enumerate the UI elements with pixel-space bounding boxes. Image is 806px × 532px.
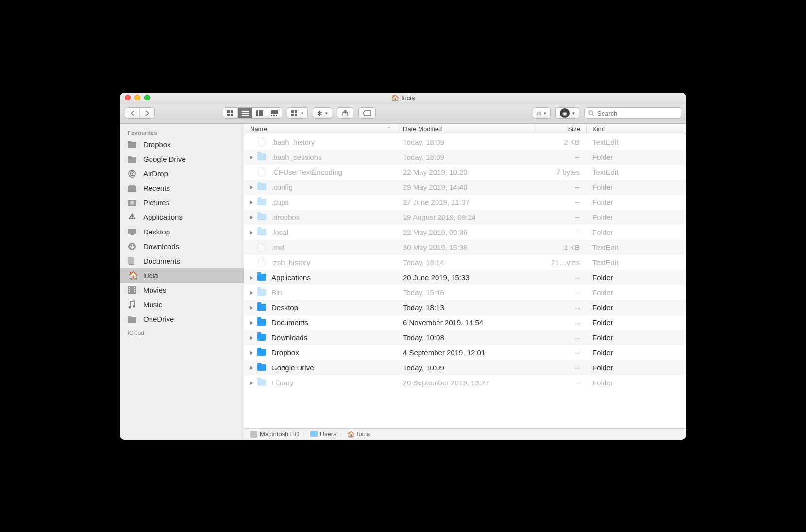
minimize-button[interactable] — [134, 95, 140, 100]
svg-rect-2 — [227, 114, 230, 116]
file-date: 4 September 2019, 12:01 — [397, 349, 533, 357]
search-input[interactable] — [597, 110, 679, 117]
file-kind: Folder — [587, 288, 686, 297]
path-segment[interactable]: Macintosh HD — [250, 431, 300, 438]
column-view-button[interactable] — [252, 108, 267, 118]
file-date: 20 June 2019, 15:33 — [397, 273, 533, 282]
file-date: 22 May 2019, 09:36 — [397, 228, 533, 236]
file-row[interactable]: ▶.bash_sessionsToday, 18:09--Folder — [244, 150, 686, 165]
file-kind: Folder — [587, 379, 686, 387]
path-label: Users — [320, 431, 336, 438]
disclosure-triangle[interactable]: ▶ — [248, 380, 255, 385]
file-row[interactable]: .CFUserTextEncoding22 May 2019, 10:207 b… — [244, 165, 686, 180]
group-button[interactable]: ▾ — [287, 107, 308, 119]
file-row[interactable]: ▶.config29 May 2019, 14:48--Folder — [244, 180, 686, 195]
svg-rect-24 — [128, 156, 131, 158]
column-size[interactable]: Size — [533, 124, 587, 134]
file-kind: TextEdit — [587, 258, 686, 266]
column-date[interactable]: Date Modified — [397, 124, 533, 134]
folder-icon — [257, 152, 267, 162]
file-row[interactable]: .bash_historyToday, 18:092 KBTextEdit — [244, 134, 686, 150]
tags-button[interactable] — [358, 107, 376, 119]
sidebar-item-pictures[interactable]: Pictures — [120, 196, 244, 210]
sidebar-item-onedrive[interactable]: OneDrive — [120, 312, 244, 327]
close-button[interactable] — [125, 95, 131, 100]
search-box[interactable] — [584, 107, 681, 119]
disclosure-triangle[interactable]: ▶ — [248, 230, 255, 235]
file-row[interactable]: ▶Dropbox4 September 2019, 12:01--Folder — [244, 345, 686, 360]
disclosure-triangle[interactable]: ▶ — [248, 305, 255, 310]
sidebar-item-applications[interactable]: Applications — [120, 210, 244, 225]
titlebar[interactable]: 🏠 lucia — [120, 93, 686, 103]
dropbox-button[interactable]: ⧈▾ — [533, 107, 551, 119]
path-segment[interactable]: 🏠lucia — [347, 431, 370, 438]
file-row[interactable]: ▶.cups27 June 2019, 11:37--Folder — [244, 195, 686, 210]
gear-icon: ✻ — [317, 110, 322, 117]
disclosure-triangle[interactable]: ▶ — [248, 335, 255, 340]
sidebar-item-google-drive[interactable]: Google Drive — [120, 152, 244, 166]
disclosure-triangle[interactable]: ▶ — [248, 215, 255, 220]
path-segment[interactable]: Users — [310, 431, 336, 438]
column-name[interactable]: Name⌃ — [244, 124, 397, 134]
svg-rect-41 — [134, 287, 135, 288]
file-row[interactable]: ▶Google DriveToday, 10:09--Folder — [244, 360, 686, 375]
sidebar-item-airdrop[interactable]: AirDrop — [120, 166, 244, 181]
file-row[interactable]: ▶Library20 September 2019, 13:27--Folder — [244, 375, 686, 390]
column-kind[interactable]: Kind — [587, 124, 686, 134]
action-button[interactable]: ✻▾ — [313, 107, 332, 119]
svg-rect-28 — [128, 186, 136, 192]
file-row[interactable]: ▶BinToday, 15:46--Folder — [244, 285, 686, 300]
gallery-view-button[interactable] — [267, 108, 282, 118]
back-button[interactable] — [125, 108, 140, 118]
disclosure-triangle[interactable]: ▶ — [248, 184, 255, 190]
file-row[interactable]: ▶.dropbox19 August 2019, 09:24--Folder — [244, 210, 686, 225]
privacy-button[interactable]: ◉▾ — [555, 107, 579, 119]
sidebar-item-lucia[interactable]: 🏠lucia — [120, 268, 244, 283]
file-size: -- — [533, 364, 587, 372]
disclosure-triangle[interactable]: ▶ — [248, 350, 255, 355]
disclosure-triangle[interactable]: ▶ — [248, 320, 255, 325]
file-row[interactable]: .rnd30 May 2019, 15:361 KBTextEdit — [244, 240, 686, 255]
file-name: .local — [271, 228, 288, 236]
path-label: Macintosh HD — [260, 431, 300, 438]
svg-rect-12 — [273, 115, 275, 116]
zoom-button[interactable] — [144, 95, 150, 100]
sidebar-item-downloads[interactable]: Downloads — [120, 239, 244, 254]
disclosure-triangle[interactable]: ▶ — [248, 290, 255, 295]
sidebar-item-dropbox[interactable]: Dropbox — [120, 137, 244, 152]
sidebar-item-music[interactable]: Music — [120, 298, 244, 312]
file-row[interactable]: ▶.local22 May 2019, 09:36--Folder — [244, 225, 686, 240]
disclosure-triangle[interactable]: ▶ — [248, 365, 255, 370]
recents-icon — [128, 185, 138, 192]
file-date: Today, 10:08 — [397, 333, 533, 342]
sidebar-item-movies[interactable]: Movies — [120, 283, 244, 298]
folder-icon — [257, 363, 267, 372]
file-date: Today, 18:09 — [397, 153, 533, 161]
file-kind: TextEdit — [587, 168, 686, 176]
file-row[interactable]: ▶Applications20 June 2019, 15:33--Folder — [244, 270, 686, 285]
disclosure-triangle[interactable]: ▶ — [248, 154, 255, 160]
forward-button[interactable] — [140, 108, 154, 118]
sidebar-item-recents[interactable]: Recents — [120, 181, 244, 196]
icon-view-button[interactable] — [223, 108, 238, 118]
disclosure-triangle[interactable]: ▶ — [248, 275, 255, 280]
disclosure-triangle[interactable]: ▶ — [248, 200, 255, 205]
file-row[interactable]: ▶Documents6 November 2019, 14:54--Folder — [244, 315, 686, 330]
sidebar-item-documents[interactable]: Documents — [120, 254, 244, 268]
chevron-down-icon: ▾ — [325, 111, 328, 116]
svg-rect-39 — [129, 289, 130, 290]
file-row[interactable]: .zsh_historyToday, 18:1421…ytesTextEdit — [244, 255, 686, 270]
file-rows: .bash_historyToday, 18:092 KBTextEdit▶.b… — [244, 134, 686, 428]
sidebar-item-desktop[interactable]: Desktop — [120, 225, 244, 239]
file-name: Bin — [271, 288, 282, 297]
file-row[interactable]: ▶DesktopToday, 18:13--Folder — [244, 300, 686, 315]
file-name: .cups — [271, 198, 289, 206]
share-button[interactable] — [337, 107, 353, 119]
svg-point-31 — [130, 201, 134, 205]
svg-rect-16 — [291, 114, 294, 116]
sidebar-item-label: lucia — [143, 271, 158, 280]
svg-rect-7 — [256, 110, 258, 116]
file-row[interactable]: ▶DownloadsToday, 10:08--Folder — [244, 330, 686, 345]
list-view-button[interactable] — [238, 108, 252, 118]
apps-icon — [128, 213, 138, 222]
